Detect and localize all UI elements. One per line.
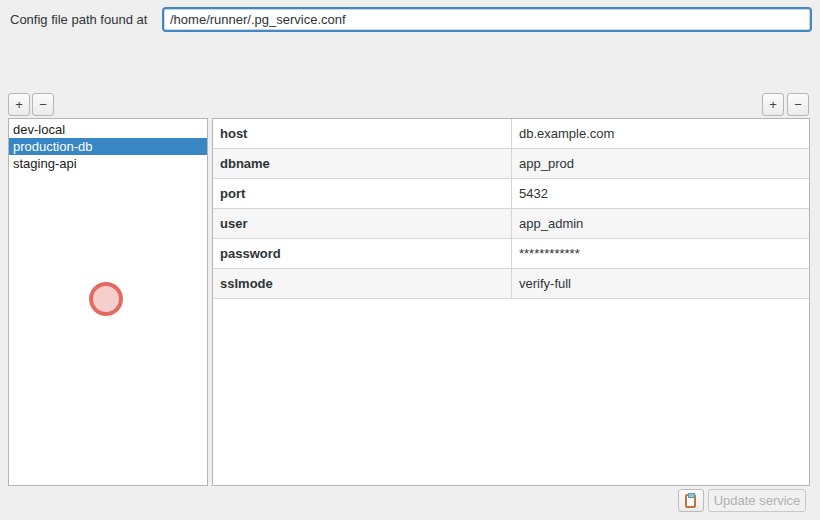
config-path-label: Config file path found at [10, 12, 147, 27]
remove-service-button[interactable]: − [32, 93, 54, 116]
param-key: host [213, 119, 511, 148]
table-row-port[interactable]: port 5432 [213, 179, 809, 209]
table-row-dbname[interactable]: dbname app_prod [213, 149, 809, 179]
clipboard-icon [685, 494, 696, 508]
config-path-input[interactable] [162, 7, 812, 32]
service-list-item-production-db[interactable]: production-db [9, 138, 207, 155]
param-key: user [213, 209, 511, 238]
param-key: dbname [213, 149, 511, 178]
table-row-host[interactable]: host db.example.com [213, 119, 809, 149]
param-value[interactable]: app_prod [511, 149, 809, 178]
table-row-password[interactable]: password ************ [213, 239, 809, 269]
service-list-item-dev-local[interactable]: dev-local [9, 121, 207, 138]
param-key: sslmode [213, 269, 511, 298]
service-list: dev-local production-db staging-api [8, 118, 208, 486]
param-value[interactable]: verify-full [511, 269, 809, 298]
service-list-item-staging-api[interactable]: staging-api [9, 155, 207, 172]
remove-param-button[interactable]: − [787, 93, 809, 116]
service-params-table: host db.example.com dbname app_prod port… [212, 118, 810, 486]
clipboard-button[interactable] [678, 489, 704, 512]
param-value[interactable]: db.example.com [511, 119, 809, 148]
param-key: port [213, 179, 511, 208]
param-value[interactable]: 5432 [511, 179, 809, 208]
param-value[interactable]: app_admin [511, 209, 809, 238]
add-param-button[interactable]: + [762, 93, 784, 116]
table-row-sslmode[interactable]: sslmode verify-full [213, 269, 809, 299]
param-key: password [213, 239, 511, 268]
pg-service-config-window: Config file path found at + − + − dev-lo… [0, 0, 820, 520]
param-value[interactable]: ************ [511, 239, 809, 268]
add-service-button[interactable]: + [8, 93, 30, 116]
update-service-button[interactable]: Update service [708, 489, 806, 512]
table-row-user[interactable]: user app_admin [213, 209, 809, 239]
